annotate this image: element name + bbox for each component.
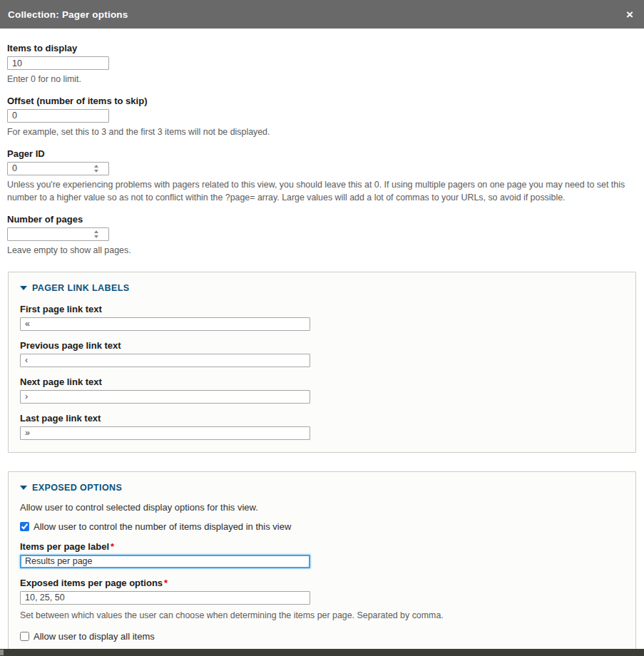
exposed-items-options-field: Exposed items per page options* Set betw…: [20, 578, 624, 622]
background-page-strip: [0, 649, 644, 656]
offset-input[interactable]: [7, 109, 109, 123]
number-of-pages-help: Leave empty to show all pages.: [7, 245, 637, 257]
pager-link-labels-fieldset: PAGER LINK LABELS First page link text P…: [8, 272, 636, 453]
items-per-page-label: Items per page label*: [20, 541, 624, 552]
last-page-link-label: Last page link text: [20, 413, 624, 424]
pager-id-help: Unless you're experiencing problems with…: [7, 179, 637, 205]
number-of-pages-label: Number of pages: [7, 214, 637, 225]
exposed-options-legend[interactable]: EXPOSED OPTIONS: [20, 472, 624, 494]
next-page-link-field: Next page link text: [20, 376, 624, 404]
control-items-checkbox-label[interactable]: Allow user to control the number of item…: [34, 521, 291, 532]
items-to-display-help: Enter 0 for no limit.: [7, 73, 637, 86]
previous-page-link-label: Previous page link text: [20, 340, 624, 351]
previous-page-link-input[interactable]: [20, 354, 310, 367]
first-page-link-input[interactable]: [20, 317, 310, 331]
items-to-display-label: Items to display: [7, 43, 637, 53]
pager-link-labels-legend[interactable]: PAGER LINK LABELS: [20, 272, 624, 294]
offset-field: Offset (number of items to skip) For exa…: [7, 96, 637, 139]
exposed-items-options-input[interactable]: [20, 591, 310, 605]
first-page-link-field: First page link text: [20, 304, 624, 331]
exposed-items-options-help: Set between which values the user can ch…: [20, 610, 624, 622]
control-items-checkbox-row: Allow user to control the number of item…: [20, 521, 624, 532]
display-all-checkbox-label[interactable]: Allow user to display all items: [34, 631, 155, 642]
modal-body: Items to display Enter 0 for no limit. O…: [0, 29, 644, 656]
first-page-link-label: First page link text: [20, 304, 624, 314]
number-spinner-icon[interactable]: [93, 165, 99, 173]
modal-title: Collection: Pager options: [8, 9, 128, 20]
close-icon[interactable]: ×: [623, 7, 636, 22]
number-spinner-icon[interactable]: [93, 230, 99, 238]
items-to-display-input[interactable]: [7, 56, 109, 70]
required-marker: *: [111, 541, 114, 552]
collapse-arrow-icon: [20, 486, 27, 490]
required-marker: *: [164, 578, 168, 588]
background-page-notch: [0, 650, 4, 655]
offset-help: For example, set this to 3 and the first…: [7, 126, 637, 139]
items-per-page-input[interactable]: [20, 555, 310, 568]
collapse-arrow-icon: [20, 286, 27, 290]
modal-header: Collection: Pager options ×: [0, 0, 644, 29]
pager-id-label: Pager ID: [7, 148, 637, 159]
last-page-link-field: Last page link text: [20, 413, 624, 440]
display-all-checkbox[interactable]: [20, 632, 29, 641]
display-all-checkbox-row: Allow user to display all items: [20, 631, 624, 642]
exposed-items-options-label: Exposed items per page options*: [20, 578, 624, 588]
offset-label: Offset (number of items to skip): [7, 96, 637, 106]
items-to-display-field: Items to display Enter 0 for no limit.: [7, 43, 637, 86]
next-page-link-label: Next page link text: [20, 376, 624, 387]
previous-page-link-field: Previous page link text: [20, 340, 624, 367]
pager-id-field: Pager ID Unless you're experiencing prob…: [7, 148, 637, 205]
items-per-page-label-field: Items per page label*: [20, 541, 624, 568]
exposed-options-description: Allow user to control selected display o…: [20, 502, 624, 513]
number-of-pages-field: Number of pages Leave empty to show all …: [7, 214, 637, 257]
last-page-link-input[interactable]: [20, 426, 310, 440]
next-page-link-input[interactable]: [20, 390, 310, 404]
control-items-checkbox[interactable]: [20, 522, 29, 531]
exposed-options-fieldset: EXPOSED OPTIONS Allow user to control se…: [8, 471, 636, 656]
